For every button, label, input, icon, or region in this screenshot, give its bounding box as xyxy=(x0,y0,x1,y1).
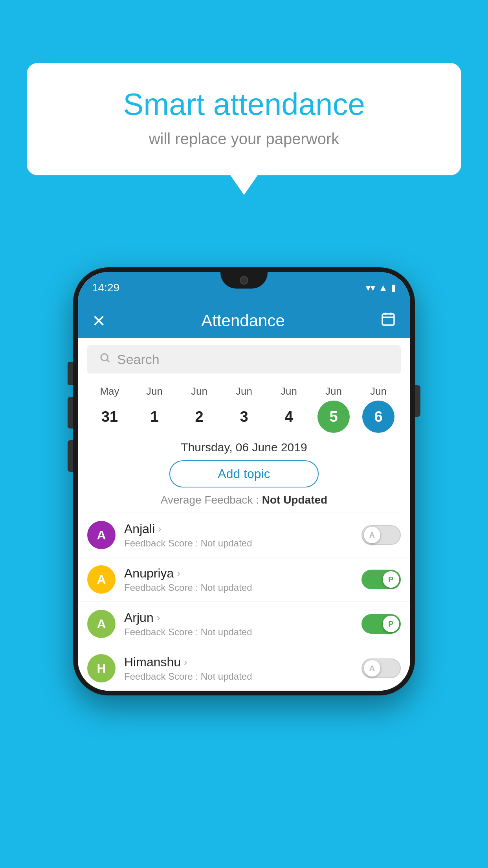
cal-col-4[interactable]: Jun 4 xyxy=(269,385,308,433)
phone-screen: 14:29 ▾▾ ▲ ▮ ✕ Attendance xyxy=(78,272,410,691)
volume-down-button xyxy=(68,440,73,472)
student-name: Anupriya › xyxy=(124,566,361,581)
student-info: Anupriya › Feedback Score : Not updated xyxy=(124,566,361,593)
search-bar[interactable]: Search xyxy=(87,345,401,373)
wifi-icon: ▾▾ xyxy=(366,282,375,293)
cal-month-2: Jun xyxy=(191,385,207,397)
attendance-toggle[interactable]: P xyxy=(361,570,401,589)
student-name: Arjun › xyxy=(124,611,361,625)
svg-point-4 xyxy=(101,354,108,361)
phone-frame: 14:29 ▾▾ ▲ ▮ ✕ Attendance xyxy=(73,267,415,695)
app-header: ✕ Attendance xyxy=(78,303,410,338)
student-name: Himanshu › xyxy=(124,655,361,669)
status-icons: ▾▾ ▲ ▮ xyxy=(366,282,396,293)
chevron-right-icon: › xyxy=(157,612,160,624)
bubble-title: Smart attendance xyxy=(46,86,442,122)
header-title: Attendance xyxy=(201,311,285,330)
feedback-score: Feedback Score : Not updated xyxy=(124,627,361,638)
cal-month-5: Jun xyxy=(325,385,342,397)
add-topic-button[interactable]: Add topic xyxy=(169,460,319,487)
student-info: Anjali › Feedback Score : Not updated xyxy=(124,522,361,549)
feedback-score: Feedback Score : Not updated xyxy=(124,671,361,682)
toggle-knob-0: A xyxy=(364,527,380,543)
cal-day-1[interactable]: 1 xyxy=(138,401,171,433)
cal-day-4[interactable]: 4 xyxy=(273,401,305,433)
close-button[interactable]: ✕ xyxy=(92,311,106,331)
feedback-score: Feedback Score : Not updated xyxy=(124,538,361,549)
svg-line-5 xyxy=(107,360,109,362)
volume-up-button xyxy=(68,397,73,428)
phone-wrapper: 14:29 ▾▾ ▲ ▮ ✕ Attendance xyxy=(73,267,415,695)
cal-day-3[interactable]: 3 xyxy=(228,401,260,433)
selected-date-label: Thursday, 06 June 2019 xyxy=(78,441,410,454)
bubble-subtitle: will replace your paperwork xyxy=(46,130,442,148)
student-row[interactable]: A Anupriya › Feedback Score : Not update… xyxy=(78,557,410,602)
cal-col-2[interactable]: Jun 2 xyxy=(180,385,219,433)
avg-feedback-value: Not Updated xyxy=(262,494,327,506)
silent-button xyxy=(68,362,73,385)
student-name: Anjali › xyxy=(124,522,361,536)
calendar-button[interactable] xyxy=(380,311,396,331)
status-bar: 14:29 ▾▾ ▲ ▮ xyxy=(78,272,410,303)
toggle-2[interactable]: P xyxy=(361,614,401,634)
feedback-score: Feedback Score : Not updated xyxy=(124,582,361,593)
battery-icon: ▮ xyxy=(391,282,396,293)
search-placeholder: Search xyxy=(117,352,160,367)
cal-month-0: May xyxy=(100,385,119,397)
notch xyxy=(220,272,268,289)
student-row[interactable]: H Himanshu › Feedback Score : Not update… xyxy=(78,646,410,691)
student-row[interactable]: A Anjali › Feedback Score : Not updated … xyxy=(78,513,410,557)
calendar-row: May 31 Jun 1 Jun 2 Jun 3 Jun 4 xyxy=(78,381,410,433)
student-info: Himanshu › Feedback Score : Not updated xyxy=(124,655,361,682)
cal-day-6[interactable]: 6 xyxy=(362,401,394,433)
svg-rect-0 xyxy=(382,314,394,325)
toggle-3[interactable]: A xyxy=(361,658,401,678)
cal-month-4: Jun xyxy=(281,385,297,397)
student-avatar: A xyxy=(87,521,116,549)
toggle-knob-1: P xyxy=(383,571,399,588)
cal-col-0[interactable]: May 31 xyxy=(90,385,129,433)
cal-day-0[interactable]: 31 xyxy=(94,401,126,433)
cal-col-3[interactable]: Jun 3 xyxy=(224,385,264,433)
cal-day-5[interactable]: 5 xyxy=(317,401,350,433)
cal-month-1: Jun xyxy=(146,385,163,397)
cal-col-1[interactable]: Jun 1 xyxy=(135,385,174,433)
cal-col-5[interactable]: Jun 5 xyxy=(314,385,353,433)
toggle-knob-2: P xyxy=(383,616,399,632)
signal-icon: ▲ xyxy=(378,282,388,293)
power-button xyxy=(415,385,420,417)
camera xyxy=(240,276,248,285)
student-avatar: A xyxy=(87,610,116,638)
chevron-right-icon: › xyxy=(158,523,161,535)
chevron-right-icon: › xyxy=(177,567,180,579)
status-time: 14:29 xyxy=(92,281,119,294)
avg-feedback-label: Average Feedback : xyxy=(161,494,259,506)
search-icon xyxy=(99,352,111,367)
toggle-1[interactable]: P xyxy=(361,570,401,589)
student-row[interactable]: A Arjun › Feedback Score : Not updated P xyxy=(78,602,410,646)
attendance-toggle[interactable]: P xyxy=(361,614,401,634)
attendance-toggle[interactable]: A xyxy=(361,525,401,545)
cal-col-6[interactable]: Jun 6 xyxy=(359,385,398,433)
student-avatar: H xyxy=(87,654,116,682)
attendance-toggle[interactable]: A xyxy=(361,658,401,678)
speech-bubble: Smart attendance will replace your paper… xyxy=(27,63,461,175)
student-avatar: A xyxy=(87,565,116,594)
student-info: Arjun › Feedback Score : Not updated xyxy=(124,611,361,638)
cal-month-6: Jun xyxy=(370,385,387,397)
cal-month-3: Jun xyxy=(236,385,252,397)
toggle-knob-3: A xyxy=(364,660,380,677)
cal-day-2[interactable]: 2 xyxy=(183,401,215,433)
toggle-0[interactable]: A xyxy=(361,525,401,545)
chevron-right-icon: › xyxy=(184,656,187,668)
avg-feedback: Average Feedback : Not Updated xyxy=(78,494,410,506)
students-list: A Anjali › Feedback Score : Not updated … xyxy=(78,513,410,691)
